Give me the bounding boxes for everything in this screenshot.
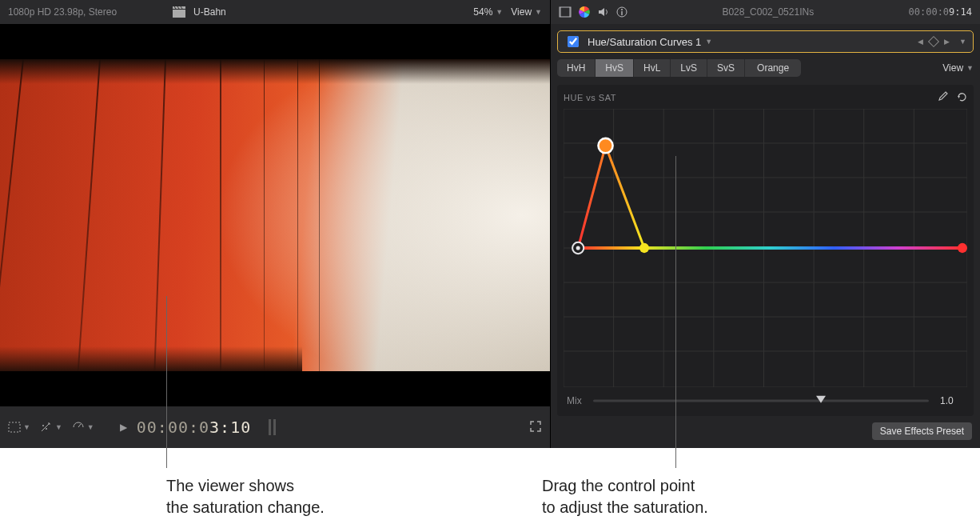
inspector-header: B028_C002_0521INs 00:00:09:14 bbox=[551, 0, 980, 24]
chevron-down-icon: ▼ bbox=[535, 8, 542, 16]
svg-line-8 bbox=[78, 424, 81, 427]
mix-value: 1.0 bbox=[940, 395, 964, 406]
timecode-dim: 00:00:0 bbox=[137, 418, 209, 437]
callout-viewer: The viewer shows the saturation change. bbox=[166, 475, 325, 518]
svg-point-6 bbox=[42, 425, 44, 426]
save-effects-preset-button[interactable]: Save Effects Preset bbox=[872, 422, 972, 440]
clapperboard-icon bbox=[173, 6, 185, 18]
callout-line bbox=[675, 156, 676, 468]
keyframe-prev-icon[interactable]: ◀ bbox=[918, 38, 923, 46]
enhance-tool-dropdown[interactable]: ▼ bbox=[40, 422, 62, 433]
audio-inspector-icon[interactable] bbox=[597, 6, 610, 18]
svg-point-37 bbox=[598, 138, 612, 153]
view-label: View bbox=[511, 6, 532, 18]
project-name: U-Bahn bbox=[193, 6, 226, 18]
effect-header-row[interactable]: Hue/Saturation Curves 1 ▼ ◀ ▶ ▼ bbox=[557, 30, 974, 53]
viewer-view-dropdown[interactable]: View ▼ bbox=[511, 6, 542, 18]
transform-tool-dropdown[interactable]: ▼ bbox=[8, 422, 30, 433]
chevron-down-icon: ▼ bbox=[966, 64, 974, 72]
chevron-down-icon[interactable]: ▼ bbox=[959, 38, 966, 46]
callout-line bbox=[166, 296, 167, 468]
chevron-down-icon: ▼ bbox=[705, 38, 712, 46]
video-inspector-icon[interactable] bbox=[559, 6, 572, 18]
effect-enable-checkbox[interactable] bbox=[568, 36, 579, 47]
svg-point-38 bbox=[639, 243, 649, 253]
chevron-down-icon: ▼ bbox=[23, 423, 30, 431]
svg-rect-9 bbox=[560, 7, 571, 17]
curve-panel: HUE vs SAT bbox=[557, 85, 974, 416]
tab-hvs[interactable]: HvS bbox=[596, 59, 634, 77]
chevron-down-icon: ▼ bbox=[496, 8, 503, 16]
zoom-value: 54% bbox=[473, 6, 492, 18]
mix-label: Mix bbox=[567, 395, 582, 406]
retime-tool-dropdown[interactable]: ▼ bbox=[72, 422, 94, 433]
curve-title: HUE vs SAT bbox=[564, 93, 616, 102]
inspector-timecode: 00:00:09:14 bbox=[909, 6, 972, 18]
svg-rect-14 bbox=[621, 11, 622, 15]
curve-tabs-row: HvH HvS HvL LvS SvS Orange View ▼ bbox=[557, 59, 974, 77]
mix-row: Mix 1.0 bbox=[564, 395, 967, 410]
keyframe-next-icon[interactable]: ▶ bbox=[944, 38, 950, 46]
eyedropper-icon[interactable] bbox=[937, 91, 948, 104]
timecode-display[interactable]: 00:00:03:10 bbox=[137, 418, 251, 437]
viewer-footer: ▼ ▼ ▼ ▶ 00:00:03:10 bbox=[0, 406, 550, 448]
mix-slider[interactable] bbox=[593, 395, 929, 406]
svg-rect-10 bbox=[560, 7, 561, 17]
keyframe-diamond-icon[interactable] bbox=[928, 36, 939, 47]
info-inspector-icon[interactable] bbox=[616, 6, 627, 18]
clip-format-label: 1080p HD 23.98p, Stereo bbox=[8, 6, 117, 18]
svg-rect-11 bbox=[569, 7, 571, 17]
svg-point-36 bbox=[576, 246, 580, 250]
hue-sat-curve[interactable] bbox=[564, 109, 967, 387]
timecode-bright: 3:10 bbox=[209, 418, 251, 437]
inspector-view-dropdown[interactable]: View ▼ bbox=[942, 62, 974, 74]
svg-point-7 bbox=[46, 428, 47, 430]
tab-hvl[interactable]: HvL bbox=[634, 59, 671, 77]
fullscreen-icon[interactable] bbox=[529, 420, 542, 435]
chevron-down-icon: ▼ bbox=[55, 423, 62, 431]
viewer-preview-image bbox=[0, 59, 550, 371]
curve-type-segmented: HvH HvS HvL LvS SvS Orange bbox=[557, 59, 801, 77]
viewer-canvas[interactable] bbox=[0, 24, 550, 406]
tab-hvh[interactable]: HvH bbox=[557, 59, 596, 77]
callout-curve: Drag the control point to adjust the sat… bbox=[542, 475, 708, 518]
inspector-clip-name: B028_C002_0521INs bbox=[634, 6, 902, 18]
color-inspector-icon[interactable] bbox=[578, 6, 591, 18]
play-button[interactable]: ▶ bbox=[120, 422, 127, 433]
reset-icon[interactable] bbox=[956, 91, 967, 104]
svg-rect-0 bbox=[173, 10, 185, 18]
chevron-down-icon: ▼ bbox=[87, 423, 94, 431]
effect-name: Hue/Saturation Curves 1 bbox=[588, 36, 701, 48]
zoom-dropdown[interactable]: 54% ▼ bbox=[473, 6, 503, 18]
viewer-header: 1080p HD 23.98p, Stereo U-Bahn 54% ▼ Vie… bbox=[0, 0, 550, 24]
svg-rect-5 bbox=[9, 422, 20, 432]
tab-svs[interactable]: SvS bbox=[707, 59, 745, 77]
svg-point-39 bbox=[958, 243, 967, 253]
svg-marker-15 bbox=[958, 96, 960, 98]
svg-point-13 bbox=[621, 9, 623, 10]
audio-meter bbox=[269, 419, 276, 435]
inspector-pane: B028_C002_0521INs 00:00:09:14 Hue/Satura… bbox=[550, 0, 980, 448]
tab-orange[interactable]: Orange bbox=[745, 59, 801, 77]
tab-lvs[interactable]: LvS bbox=[671, 59, 707, 77]
viewer-pane: 1080p HD 23.98p, Stereo U-Bahn 54% ▼ Vie… bbox=[0, 0, 550, 448]
